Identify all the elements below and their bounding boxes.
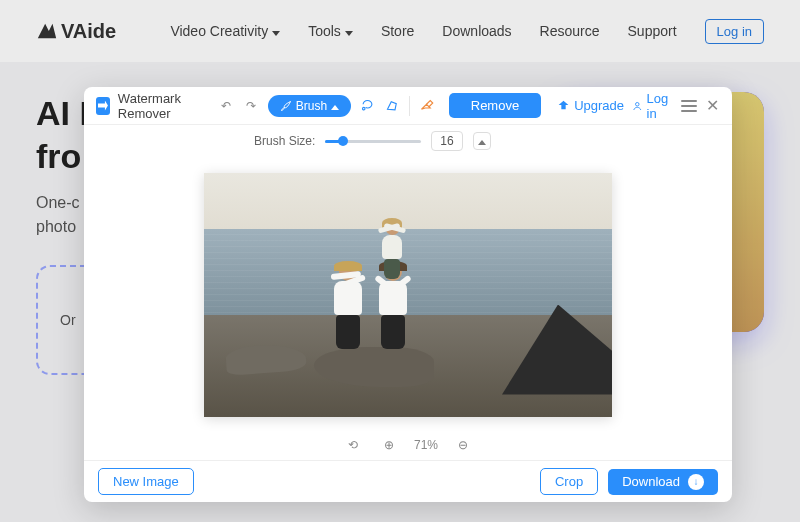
upgrade-label: Upgrade: [574, 98, 624, 113]
download-button[interactable]: Download ↓: [608, 469, 718, 495]
lasso-tool-icon[interactable]: [359, 95, 376, 117]
user-icon: [632, 99, 643, 113]
status-row: ⟲ ⊕ 71% ⊖: [84, 428, 732, 460]
zoom-in-icon[interactable]: ⊕: [378, 434, 400, 456]
hamburger-icon[interactable]: [681, 96, 696, 116]
app-login-link[interactable]: Log in: [632, 91, 673, 121]
brush-size-toggle[interactable]: [473, 132, 491, 150]
download-label: Download: [622, 474, 680, 489]
new-image-button[interactable]: New Image: [98, 468, 194, 495]
redo-icon[interactable]: ↷: [243, 95, 260, 117]
polygon-tool-icon[interactable]: [384, 95, 401, 117]
brush-size-row: Brush Size: 16: [84, 125, 732, 161]
download-badge-icon: ↓: [688, 474, 704, 490]
app-title: Watermark Remover: [118, 91, 210, 121]
slider-thumb[interactable]: [338, 136, 348, 146]
chevron-up-icon: [331, 99, 339, 113]
zoom-out-icon[interactable]: ⊖: [452, 434, 474, 456]
toolbar-divider: [409, 96, 410, 116]
brush-tool-button[interactable]: Brush: [268, 95, 351, 117]
reset-icon[interactable]: ⟲: [342, 434, 364, 456]
crop-button[interactable]: Crop: [540, 468, 598, 495]
brush-size-label: Brush Size:: [254, 134, 315, 148]
svg-point-0: [363, 107, 366, 110]
canvas-area: [84, 161, 732, 428]
eraser-tool-icon[interactable]: [418, 95, 435, 117]
brush-icon: [280, 100, 292, 112]
figure: [334, 263, 362, 349]
remove-button[interactable]: Remove: [449, 93, 541, 118]
upgrade-icon: [557, 99, 570, 112]
app-toolbar: Watermark Remover ↶ ↷ Brush Remove Upgra…: [84, 87, 732, 125]
chevron-up-icon: [478, 136, 486, 147]
bottom-bar: New Image Crop Download ↓: [84, 460, 732, 502]
close-icon[interactable]: ✕: [705, 96, 720, 116]
brush-size-value[interactable]: 16: [431, 131, 462, 151]
undo-icon[interactable]: ↶: [218, 95, 235, 117]
upgrade-link[interactable]: Upgrade: [557, 98, 624, 113]
watermark-remover-app: Watermark Remover ↶ ↷ Brush Remove Upgra…: [84, 87, 732, 502]
canvas-image[interactable]: [204, 173, 612, 417]
figure: [382, 220, 402, 279]
svg-point-1: [636, 102, 640, 106]
app-logo-icon: [96, 97, 110, 115]
brush-size-slider[interactable]: [325, 140, 421, 143]
brush-label: Brush: [296, 99, 327, 113]
app-login-label: Log in: [647, 91, 674, 121]
zoom-level: 71%: [414, 438, 438, 452]
